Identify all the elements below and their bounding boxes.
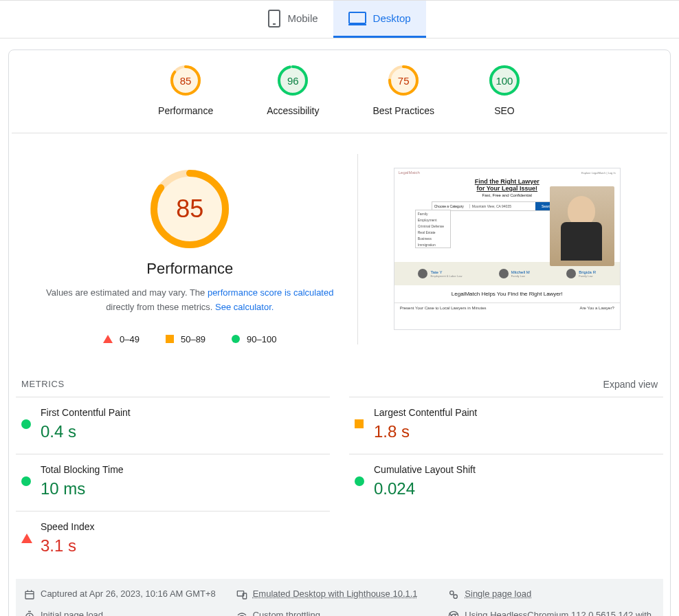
circle-icon bbox=[232, 335, 240, 343]
metric-cls[interactable]: Cumulative Layout Shift 0.024 bbox=[349, 454, 663, 511]
svg-rect-14 bbox=[25, 591, 34, 599]
metric-lcp[interactable]: Largest Contentful Paint 1.8 s bbox=[349, 397, 663, 454]
gauge-seo-score: 100 bbox=[488, 64, 521, 97]
metrics-grid: First Contentful Paint 0.4 s Largest Con… bbox=[9, 397, 670, 579]
gauge-performance-label: Performance bbox=[158, 105, 213, 116]
device-tabs: Mobile Desktop bbox=[0, 0, 679, 38]
tab-desktop-label: Desktop bbox=[373, 12, 411, 24]
gauge-performance-score: 85 bbox=[169, 64, 202, 97]
environment-info: Captured at Apr 26, 2023, 10:16 AM GMT+8… bbox=[16, 579, 663, 616]
tab-mobile-label: Mobile bbox=[287, 12, 318, 24]
performance-section: 85 Performance Values are estimated and … bbox=[9, 133, 670, 351]
gauge-seo-label: SEO bbox=[494, 105, 515, 116]
tab-desktop[interactable]: Desktop bbox=[333, 1, 426, 38]
gauge-seo[interactable]: 100 SEO bbox=[488, 64, 521, 116]
stopwatch-icon bbox=[24, 610, 35, 616]
env-initial-load: Initial page load bbox=[24, 610, 231, 616]
svg-point-20 bbox=[450, 591, 454, 594]
page-screenshot-thumbnail[interactable]: LegalMatchExplore LegalMatch | Log In Fi… bbox=[394, 168, 621, 330]
svg-line-30 bbox=[449, 613, 452, 616]
score-legend: 0–49 50–89 90–100 bbox=[103, 334, 276, 344]
gauge-accessibility-score: 96 bbox=[276, 64, 309, 97]
tab-mobile[interactable]: Mobile bbox=[253, 1, 333, 38]
link-score-calculated[interactable]: performance score is calculated bbox=[208, 287, 334, 298]
env-emulated: Emulated Desktop with Lighthouse 10.1.1 bbox=[236, 588, 443, 600]
circle-icon bbox=[21, 476, 31, 486]
metrics-title: METRICS bbox=[21, 379, 65, 389]
env-captured: Captured at Apr 26, 2023, 10:16 AM GMT+8 bbox=[24, 588, 231, 600]
mobile-icon bbox=[268, 10, 280, 28]
devices-icon bbox=[236, 589, 247, 600]
triangle-icon bbox=[21, 534, 32, 543]
performance-big-score: 85 bbox=[148, 168, 231, 250]
performance-big-gauge: 85 bbox=[148, 168, 231, 250]
metric-tbt[interactable]: Total Blocking Time 10 ms bbox=[16, 454, 330, 511]
square-icon bbox=[166, 335, 174, 343]
expand-view-button[interactable]: Expand view bbox=[603, 379, 658, 390]
gauge-accessibility-label: Accessibility bbox=[267, 105, 319, 116]
circle-icon bbox=[21, 419, 31, 429]
metric-fcp[interactable]: First Contentful Paint 0.4 s bbox=[16, 397, 330, 454]
performance-title: Performance bbox=[146, 260, 233, 278]
gauge-best-practices-label: Best Practices bbox=[372, 105, 434, 116]
performance-description: Values are estimated and may vary. The p… bbox=[41, 286, 340, 315]
calendar-icon bbox=[24, 589, 35, 600]
gauge-performance[interactable]: 85 Performance bbox=[158, 64, 213, 116]
link-see-calculator[interactable]: See calculator. bbox=[215, 302, 274, 312]
svg-line-22 bbox=[454, 594, 454, 595]
gauge-best-practices-score: 75 bbox=[387, 64, 420, 97]
report-panel: 85 Performance 96 Accessibility 75 Best … bbox=[8, 50, 671, 616]
metric-speed-index[interactable]: Speed Index 3.1 s bbox=[16, 511, 330, 568]
env-single-page-load: Single page load bbox=[448, 588, 655, 600]
network-icon bbox=[236, 610, 247, 616]
square-icon bbox=[355, 419, 364, 428]
chrome-icon bbox=[448, 610, 459, 616]
category-gauges: 85 Performance 96 Accessibility 75 Best … bbox=[9, 64, 670, 133]
env-chromium: Using HeadlessChromium 112.0.5615.142 wi… bbox=[448, 610, 655, 616]
svg-point-21 bbox=[454, 595, 457, 598]
triangle-icon bbox=[103, 335, 113, 343]
gauge-accessibility[interactable]: 96 Accessibility bbox=[267, 64, 319, 116]
gauge-best-practices[interactable]: 75 Best Practices bbox=[372, 64, 434, 116]
svg-rect-2 bbox=[349, 12, 366, 23]
circle-icon bbox=[355, 476, 364, 486]
desktop-icon bbox=[348, 12, 366, 25]
timer-icon bbox=[448, 589, 459, 600]
env-throttling: Custom throttling bbox=[236, 610, 443, 616]
